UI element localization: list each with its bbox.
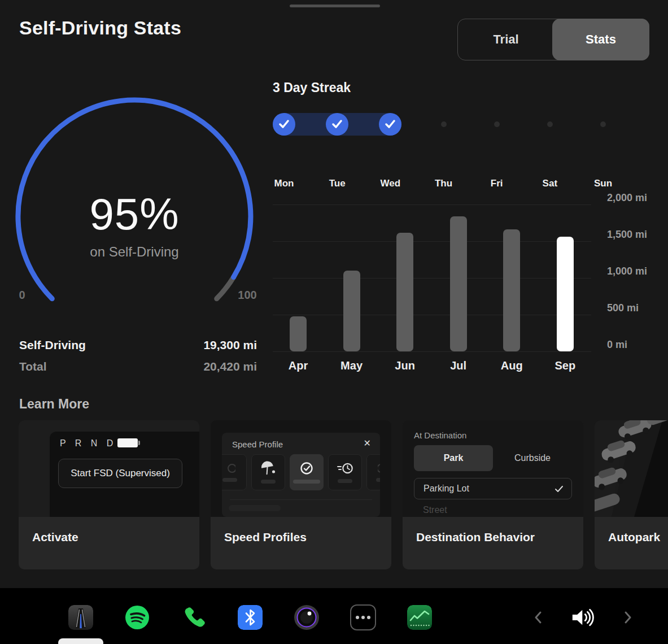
gauge-sublabel: on Self-Driving — [13, 244, 256, 260]
speed-profile-dialog-title: Speed Profile — [232, 440, 283, 449]
tab-trial[interactable]: Trial — [458, 19, 554, 60]
day-empty-fri — [494, 121, 500, 127]
hurry-profile-icon — [328, 454, 362, 490]
streak-days: MonTueWedThuFriSatSun — [273, 113, 634, 164]
month-label-jun: Jun — [382, 359, 427, 372]
speed-profile-dialog: Speed Profile ✕ — [222, 433, 380, 517]
card-speed-profiles[interactable]: Speed Profile ✕ — [211, 420, 391, 569]
month-label-apr: Apr — [276, 359, 321, 372]
parking-dropdown: Parking Lot — [414, 478, 572, 499]
mileage-stats: Self-Driving 19,300 mi Total 20,420 mi — [19, 337, 257, 380]
card-destination-behavior[interactable]: At Destination Park Curbside Parking Lot… — [403, 420, 583, 569]
month-label-aug: Aug — [489, 359, 534, 372]
day-label-fri: Fri — [474, 178, 519, 189]
y-axis-tick: 1,500 mi — [607, 228, 663, 241]
card-title-autopark: Autopark — [608, 530, 660, 544]
phone-app-icon[interactable] — [177, 601, 211, 634]
self-driving-value: 19,300 mi — [203, 338, 257, 352]
y-axis-tick: 1,000 mi — [607, 264, 663, 278]
gridline — [273, 204, 591, 205]
self-driving-label: Self-Driving — [19, 338, 86, 352]
profile-tile-partial-right — [366, 454, 380, 490]
gridline — [273, 315, 591, 315]
activate-thumbnail: P R N D Start FSD (Supervised) — [19, 420, 199, 517]
learn-more-heading: Learn More — [19, 397, 89, 412]
close-icon: ✕ — [364, 438, 371, 449]
self-driving-row: Self-Driving 19,300 mi — [19, 337, 257, 354]
street-option: Street — [423, 505, 447, 515]
volume-icon[interactable] — [566, 601, 600, 634]
tab-stats[interactable]: Stats — [552, 19, 649, 60]
self-driving-gauge: 95% on Self-Driving 0 100 — [13, 92, 261, 315]
bar-jul — [450, 216, 467, 351]
bar-may — [343, 271, 360, 351]
card-title-activate: Activate — [32, 530, 78, 544]
y-axis-tick: 0 mi — [607, 338, 663, 351]
month-label-may: May — [329, 359, 374, 372]
day-checked-tue — [326, 113, 348, 136]
gridline — [273, 241, 591, 242]
battery-icon — [117, 438, 138, 447]
total-value: 20,420 mi — [203, 360, 257, 373]
bar-jun — [396, 233, 413, 351]
destination-tabs: Park Curbside — [414, 445, 572, 471]
at-destination-label: At Destination — [414, 430, 572, 440]
start-fsd-button: Start FSD (Supervised) — [58, 459, 182, 488]
chill-profile-icon — [251, 454, 285, 490]
spotify-app-icon[interactable] — [120, 601, 154, 634]
card-title-speed-profiles: Speed Profiles — [224, 530, 307, 544]
more-apps-icon[interactable] — [346, 601, 380, 634]
standard-profile-icon — [290, 454, 324, 490]
destination-thumbnail: At Destination Park Curbside Parking Lot… — [403, 420, 583, 517]
day-label-tue: Tue — [315, 178, 360, 189]
y-axis-tick: 2,000 mi — [607, 191, 663, 204]
next-track-icon[interactable] — [611, 601, 645, 634]
bluetooth-app-icon[interactable] — [233, 601, 267, 634]
day-empty-thu — [441, 121, 447, 127]
gauge-percent: 95% — [13, 192, 256, 236]
gauge-max-label: 100 — [232, 289, 263, 302]
previous-track-icon[interactable] — [521, 601, 555, 634]
tab-park: Park — [414, 445, 493, 471]
day-empty-sat — [547, 121, 553, 127]
bar-aug — [503, 229, 520, 351]
app-indicator-pill[interactable] — [58, 638, 103, 644]
gridline — [273, 278, 591, 279]
drag-handle[interactable] — [290, 5, 380, 7]
day-label-sun: Sun — [580, 178, 626, 189]
stocks-app-icon[interactable] — [403, 601, 436, 634]
gear-panel: P R N D Start FSD (Supervised) — [50, 432, 199, 517]
infotainment-screen: Self-Driving Stats Trial Stats 95% on Se… — [0, 0, 668, 644]
day-label-wed: Wed — [368, 178, 413, 189]
gauge-min-label: 0 — [13, 289, 31, 302]
total-row: Total 20,420 mi — [19, 358, 257, 375]
card-autopark[interactable]: Autopark — [595, 420, 668, 569]
monthly-miles-chart: 2,000 mi1,500 mi1,000 mi500 mi0 miAprMay… — [273, 192, 668, 381]
parking-dropdown-value: Parking Lot — [423, 484, 469, 494]
dock — [0, 588, 668, 644]
navigation-app-icon[interactable] — [64, 601, 98, 634]
card-activate[interactable]: P R N D Start FSD (Supervised) Activate — [19, 420, 199, 569]
day-checked-wed — [379, 113, 401, 136]
total-label: Total — [19, 360, 47, 373]
day-empty-sun — [600, 121, 606, 127]
y-axis-tick: 500 mi — [607, 301, 663, 315]
gear-selector-label: P R N D — [60, 438, 116, 449]
streak-section: 3 Day Streak MonTueWedThuFriSatSun — [273, 80, 634, 165]
day-checked-mon — [273, 113, 295, 136]
speed-profiles-thumbnail: Speed Profile ✕ — [211, 420, 391, 517]
card-title-destination: Destination Behavior — [416, 530, 535, 544]
gridline — [273, 351, 591, 352]
autopark-thumbnail — [595, 420, 668, 517]
day-label-mon: Mon — [261, 178, 307, 189]
month-label-jul: Jul — [436, 359, 481, 372]
bar-apr — [290, 316, 307, 351]
month-label-sep: Sep — [543, 359, 588, 372]
profile-tile-partial-left — [222, 454, 247, 490]
tab-curbside: Curbside — [493, 445, 572, 471]
day-label-thu: Thu — [421, 178, 466, 189]
streak-title: 3 Day Streak — [273, 80, 634, 95]
trial-stats-toggle[interactable]: Trial Stats — [457, 19, 649, 60]
self-driving-stats-panel: Self-Driving Stats Trial Stats 95% on Se… — [0, 0, 668, 588]
camera-app-icon[interactable] — [290, 601, 324, 634]
